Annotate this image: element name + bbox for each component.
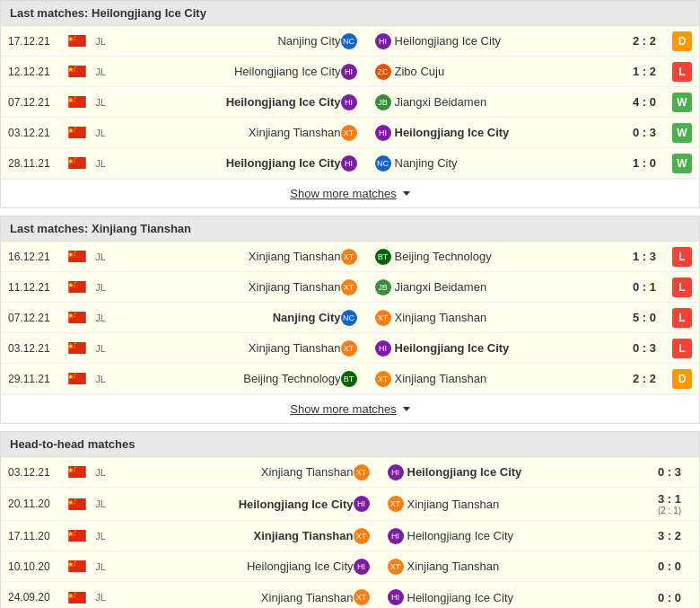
- show-more-row: Show more matches: [1, 179, 699, 207]
- team-logo: XT: [354, 528, 370, 544]
- china-flag: [68, 251, 86, 262]
- away-team-name: Jiangxi Beidamen: [395, 280, 487, 294]
- result-badge: L: [672, 339, 692, 358]
- league-label: JL: [88, 313, 113, 323]
- show-more-row: Show more matches: [1, 394, 699, 423]
- away-team-name: Xinjiang Tianshan: [407, 560, 500, 573]
- away-team-name: Heilongjiang Ice City: [407, 591, 514, 604]
- away-team: XT Xinjiang Tianshan: [381, 496, 648, 512]
- result-badge: W: [672, 123, 692, 143]
- league-label: JL: [88, 531, 113, 542]
- team-logo: BT: [341, 371, 357, 387]
- svg-rect-42: [68, 312, 86, 323]
- match-score: 0 : 1: [622, 280, 667, 294]
- flag-col: [66, 127, 88, 138]
- away-team: HI Heilongjiang Ice City: [368, 33, 623, 49]
- section-header: Head-to-head matches: [1, 432, 699, 457]
- team-logo: HI: [341, 155, 357, 172]
- match-date: 24.09.20: [8, 591, 66, 604]
- match-date: 07.12.21: [8, 96, 66, 109]
- china-flag: [68, 96, 86, 108]
- section-xinjiang: Last matches: Xinjiang Tianshan 16.12.21…: [0, 216, 700, 424]
- china-flag: [68, 66, 86, 77]
- show-more-link[interactable]: Show more matches: [290, 402, 410, 416]
- team-logo: XT: [375, 371, 391, 387]
- away-team: XT Xinjiang Tianshan: [368, 371, 623, 387]
- home-team: Heilongjiang Ice City HI: [113, 559, 381, 575]
- match-row: 07.12.21 JL Nanjing City NC XT Xinjiang …: [1, 303, 699, 333]
- home-team: Xinjiang Tianshan XT: [113, 279, 368, 295]
- match-score: 3 : 1 (2 : 1): [647, 492, 692, 515]
- home-team: Heilongjiang Ice City HI: [113, 94, 368, 110]
- result-badge: L: [672, 247, 692, 267]
- match-score: 3 : 2: [647, 529, 692, 542]
- result-badge: D: [672, 31, 692, 51]
- team-logo: HI: [354, 496, 370, 512]
- svg-rect-72: [68, 530, 86, 542]
- team-logo: ZC: [375, 64, 391, 80]
- match-row: 16.12.21 JL Xinjiang Tianshan XT BT Beij…: [1, 242, 699, 272]
- china-flag: [68, 466, 86, 478]
- match-date: 03.12.21: [8, 342, 66, 355]
- team-logo: HI: [375, 340, 391, 357]
- section-header: Last matches: Xinjiang Tianshan: [1, 216, 699, 242]
- home-team-name: Nanjing City: [273, 311, 341, 324]
- team-logo: NC: [341, 33, 357, 49]
- team-logo: XT: [341, 125, 357, 141]
- match-date: 29.11.21: [8, 373, 66, 385]
- match-row: 03.12.21 JL Xinjiang Tianshan XT HI Heil…: [1, 333, 699, 364]
- china-flag: [68, 35, 86, 47]
- away-team-name: Beijing Technology: [395, 250, 492, 263]
- match-score: 1 : 2: [622, 65, 667, 78]
- result-badge: D: [672, 369, 692, 389]
- home-team: Heilongjiang Ice City HI: [113, 496, 381, 512]
- match-date: 17.12.21: [8, 35, 66, 48]
- svg-rect-66: [68, 498, 86, 510]
- team-logo: HI: [388, 589, 404, 605]
- section-heilongjiang: Last matches: Heilongjiang Ice City 17.1…: [0, 0, 700, 208]
- china-flag: [68, 498, 86, 510]
- away-team: JB Jiangxi Beidamen: [368, 94, 623, 110]
- result-badge: W: [672, 93, 692, 112]
- home-team: Xinjiang Tianshan XT: [113, 528, 381, 544]
- show-more-text: Show more matches: [290, 187, 397, 200]
- svg-rect-54: [68, 373, 86, 384]
- flag-col: [66, 342, 88, 354]
- match-score: 0 : 3: [647, 465, 692, 479]
- match-row: 24.09.20 JL Xinjiang Tianshan XT HI Heil…: [1, 582, 699, 608]
- team-logo: NC: [375, 155, 391, 172]
- away-team-name: Xinjiang Tianshan: [395, 372, 487, 385]
- svg-rect-0: [68, 35, 86, 47]
- china-flag: [68, 127, 86, 138]
- league-label: JL: [88, 128, 113, 138]
- away-team-name: Xinjiang Tianshan: [395, 311, 487, 324]
- away-team-name: Jiangxi Beidamen: [395, 95, 487, 109]
- show-more-link[interactable]: Show more matches: [290, 187, 410, 200]
- team-logo: XT: [341, 340, 357, 357]
- away-team: HI Heilongjiang Ice City: [381, 464, 648, 480]
- team-logo: BT: [375, 249, 391, 265]
- away-team-name: Zibo Cuju: [395, 65, 445, 78]
- league-label: JL: [88, 592, 113, 603]
- league-label: JL: [88, 343, 113, 354]
- match-date: 16.12.21: [8, 251, 66, 263]
- league-label: JL: [88, 97, 113, 108]
- flag-col: [66, 66, 88, 77]
- league-label: JL: [88, 282, 113, 293]
- home-team-name: Xinjiang Tianshan: [261, 465, 354, 479]
- team-logo: HI: [388, 464, 404, 480]
- svg-rect-48: [68, 342, 86, 354]
- away-team-name: Nanjing City: [395, 156, 458, 170]
- match-row: 03.12.21 JL Xinjiang Tianshan XT HI Heil…: [1, 457, 699, 488]
- home-team-name: Beijing Technology: [243, 372, 340, 385]
- away-team-name: Heilongjiang Ice City: [395, 126, 510, 139]
- match-score: 5 : 0: [622, 311, 667, 324]
- team-logo: HI: [341, 94, 357, 110]
- flag-col: [66, 373, 88, 384]
- match-date: 17.11.20: [8, 530, 66, 542]
- svg-rect-84: [68, 592, 86, 604]
- flag-col: [66, 251, 88, 262]
- match-row: 12.12.21 JL Heilongjiang Ice City HI ZC …: [1, 57, 699, 87]
- team-logo: XT: [354, 464, 370, 480]
- match-score: 1 : 0: [622, 156, 667, 170]
